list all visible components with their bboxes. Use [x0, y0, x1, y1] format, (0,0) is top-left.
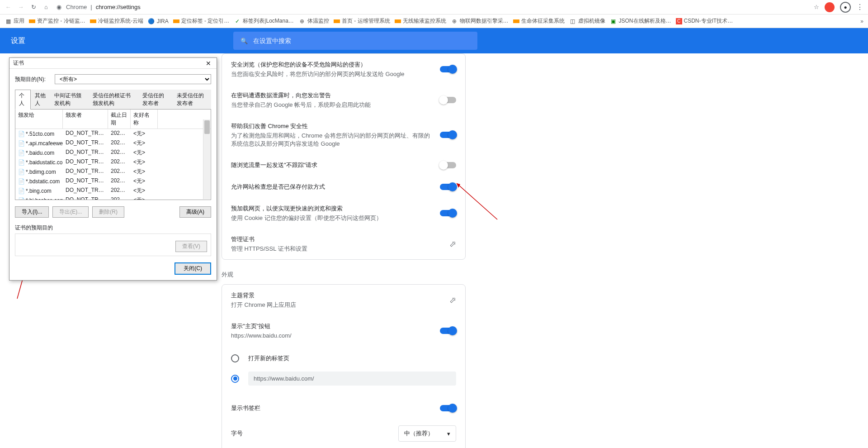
table-row[interactable]: 📄*.bing.comDO_NOT_TRUST_Fi...2022/7/...<…	[15, 186, 211, 195]
setting-bookmarks-bar: 显示书签栏	[222, 397, 465, 419]
cert-table: 颁发给 颁发者 截止日期 友好名称 📄*.51cto.comDO_NOT_TRU…	[15, 110, 211, 200]
bookmarks-bar: ▦应用 资产监控 - 冷链监… 冷链监控系统-云端 🔵JIRA 定位标签 - 定…	[0, 14, 868, 28]
setting-safe-browsing: 安全浏览（保护您和您的设备不受危险网站的侵害）当您面临安全风险时，将您所访问的部…	[222, 54, 465, 85]
table-row[interactable]: 📄*.baidu.comDO_NOT_TRUST_Fi...2022/7/...…	[15, 148, 211, 157]
col-expiry[interactable]: 截止日期	[108, 110, 131, 129]
tab-trusted-root[interactable]: 受信任的根证书颁发机构	[89, 90, 138, 109]
bookmark-item[interactable]: 无线输液监控系统	[395, 17, 446, 25]
chevron-down-icon: ▾	[447, 430, 450, 437]
import-button[interactable]: 导入(I)...	[15, 206, 49, 218]
toggle-bookmarks-bar[interactable]	[440, 405, 456, 411]
cert-icon: 📄	[18, 131, 25, 137]
tab-intermediate[interactable]: 中间证书颁发机构	[50, 90, 89, 109]
bookmark-item[interactable]: 生命体征采集系统	[513, 17, 565, 25]
bookmark-item[interactable]: 🔵JIRA	[148, 18, 169, 25]
cert-icon: 📄	[18, 188, 25, 194]
close-icon[interactable]: ✕	[204, 60, 213, 67]
settings-search[interactable]: 🔍	[233, 32, 477, 50]
cert-icon: 📄	[18, 159, 25, 166]
toggle-dnt[interactable]	[440, 162, 456, 168]
setting-help-improve: 帮助我们改善 Chrome 安全性为了检测危险应用和网站，Chrome 会将您所…	[222, 115, 465, 154]
cert-tabs: 个人 其他人 中间证书颁发机构 受信任的根证书颁发机构 受信任的发布者 未受信任…	[15, 90, 211, 110]
purpose-label: 预期目的(N):	[15, 76, 46, 83]
radio-newtab[interactable]: 打开新的标签页	[231, 350, 456, 367]
toggle-safe-browsing[interactable]	[440, 66, 456, 72]
menu-icon[interactable]: ⋮	[856, 3, 863, 11]
setting-dnt: 随浏览流量一起发送"不跟踪"请求	[222, 154, 465, 176]
bookmark-item[interactable]: 资产监控 - 冷链监…	[29, 17, 85, 25]
setting-payment: 允许网站检查您是否已保存付款方式	[222, 176, 465, 198]
cert-purpose-box: 查看(V)	[15, 234, 211, 256]
setting-theme[interactable]: 主题背景打开 Chrome 网上应用店 ⬀	[222, 285, 465, 315]
star-icon[interactable]: ☆	[814, 4, 819, 10]
col-issued-to[interactable]: 颁发给	[15, 110, 63, 129]
extension-icon[interactable]	[825, 2, 835, 12]
chrome-icon: ◉	[55, 4, 62, 11]
col-issued-by[interactable]: 颁发者	[63, 110, 108, 129]
tab-others[interactable]: 其他人	[31, 90, 50, 109]
bookmark-item[interactable]: CCSDN-专业IT技术…	[676, 17, 733, 25]
forward-button[interactable]: →	[17, 4, 24, 11]
settings-header: 设置 🔍	[0, 28, 868, 53]
cert-icon: 📄	[18, 197, 25, 200]
bookmark-item[interactable]: 定位标签 - 定位引…	[173, 17, 230, 25]
settings-content: 安全浏览（保护您和您的设备不受危险网站的侵害）当您面临安全风险时，将您所访问的部…	[127, 53, 868, 448]
tab-trusted-pub[interactable]: 受信任的发布者	[138, 90, 173, 109]
scrollbar[interactable]	[203, 119, 210, 199]
home-button[interactable]: ⌂	[42, 4, 50, 11]
close-button[interactable]: 关闭(C)	[175, 262, 211, 275]
table-row[interactable]: 📄*.api.mcafeeweb...DO_NOT_TRUST_Fi...202…	[15, 138, 211, 148]
export-button[interactable]: 导出(E)...	[52, 206, 89, 218]
bookmark-item[interactable]: 首页 - 运维管理系统	[334, 17, 390, 25]
table-row[interactable]: 📄*.bj.bcebos.comDO_NOT_TRUST_Fi...2022/7…	[15, 195, 211, 200]
toggle-password-leak[interactable]	[440, 97, 456, 103]
cert-icon: 📄	[18, 150, 25, 156]
cert-purpose-label: 证书的预期目的	[15, 224, 53, 231]
table-row[interactable]: 📄*.baidustatic.comDO_NOT_TRUST_Fi...2022…	[15, 157, 211, 167]
radio-icon	[231, 354, 239, 362]
bookmark-item[interactable]: ✓标签列表|LocMana…	[234, 17, 293, 25]
purpose-select[interactable]: <所有>	[55, 74, 211, 84]
setting-manage-certs[interactable]: 管理证书管理 HTTPS/SSL 证书和设置 ⬀	[222, 229, 465, 259]
bookmark-item[interactable]: ⊕体温监控	[298, 17, 329, 25]
bookmark-item[interactable]: ⊕物联网数据引擎采…	[451, 17, 509, 25]
profile-icon[interactable]: ●	[840, 2, 851, 13]
bookmark-item[interactable]: 冷链监控系统-云端	[90, 17, 143, 25]
toggle-home-button[interactable]	[440, 328, 456, 334]
tab-untrusted-pub[interactable]: 未受信任的发布者	[173, 90, 211, 109]
browser-toolbar: ← → ↻ ⌂ ◉ Chrome | chrome://settings ☆ ●…	[0, 0, 868, 14]
table-row[interactable]: 📄*.51cto.comDO_NOT_TRUST_Fi...2022/7/...…	[15, 129, 211, 138]
table-row[interactable]: 📄*.bdstatic.comDO_NOT_TRUST_Fi...2022/7/…	[15, 176, 211, 186]
setting-font-size: 字号 中（推荐）▾	[222, 419, 465, 448]
external-link-icon: ⬀	[449, 239, 456, 249]
cert-icon: 📄	[18, 169, 25, 175]
bookmarks-overflow[interactable]: »	[860, 18, 863, 24]
setting-password-leak: 在密码遭遇数据泄露时，向您发出警告当您登录自己的 Google 帐号后，系统即会…	[222, 85, 465, 115]
view-button[interactable]: 查看(V)	[175, 241, 207, 252]
col-friendly[interactable]: 友好名称	[131, 110, 158, 129]
toggle-preload[interactable]	[440, 210, 456, 216]
certificates-dialog: 证书 ✕ 预期目的(N): <所有> 个人 其他人 中间证书颁发机构 受信任的根…	[9, 57, 217, 281]
homepage-url-input[interactable]	[248, 372, 456, 386]
delete-button[interactable]: 删除(R)	[92, 206, 124, 218]
table-row[interactable]: 📄*.bdimg.comDO_NOT_TRUST_Fi...2022/7/...…	[15, 167, 211, 176]
radio-custom-url[interactable]	[231, 367, 456, 390]
chrome-label: Chrome	[66, 4, 87, 10]
appearance-label: 外观	[222, 271, 868, 279]
search-input[interactable]	[253, 37, 470, 44]
address-bar[interactable]: ◉ Chrome | chrome://settings	[55, 4, 808, 11]
tab-personal[interactable]: 个人	[15, 90, 31, 110]
toggle-payment[interactable]	[440, 184, 456, 190]
url-text: chrome://settings	[96, 4, 141, 10]
page-title: 设置	[11, 36, 25, 46]
bookmark-item[interactable]: ▣JSON在线解析及格…	[610, 17, 671, 25]
setting-home-button: 显示"主页"按钮https://www.baidu.com/	[222, 315, 465, 346]
search-icon: 🔍	[241, 38, 248, 44]
bookmark-item[interactable]: ◫虚拟机镜像	[569, 17, 605, 25]
font-size-select[interactable]: 中（推荐）▾	[398, 425, 456, 442]
toggle-help-improve[interactable]	[440, 132, 456, 138]
back-button[interactable]: ←	[5, 4, 12, 11]
apps-button[interactable]: ▦应用	[5, 17, 24, 25]
reload-button[interactable]: ↻	[30, 4, 37, 11]
advanced-button[interactable]: 高级(A)	[179, 206, 211, 218]
